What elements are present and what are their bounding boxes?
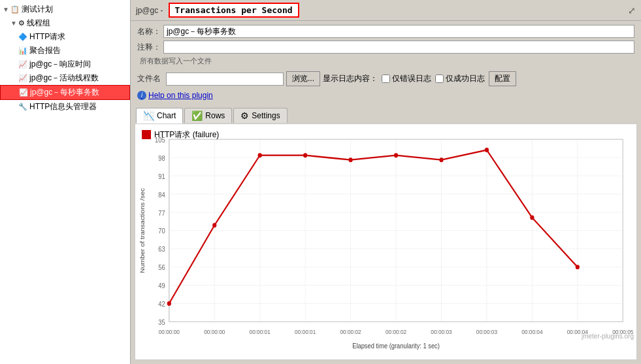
http-header-icon: 🔧 <box>18 103 27 111</box>
svg-text:84: 84 <box>158 191 165 199</box>
svg-text:00:00:03: 00:00:03 <box>476 328 497 335</box>
sidebar-item-label: jp@gc－每秒事务数 <box>30 87 99 98</box>
svg-text:00:00:03: 00:00:03 <box>431 328 452 335</box>
help-text: Help on this plugin <box>148 91 213 100</box>
header-bar: jp@gc - Transactions per Second ⤢ <box>131 0 641 21</box>
svg-point-38 <box>348 157 352 162</box>
jp-tps-icon: 📈 <box>19 88 28 97</box>
legend-color-box <box>142 130 151 139</box>
chart-drawing-area: 35 42 49 56 63 70 77 84 91 98 105 <box>135 124 636 360</box>
comment-row: 注释： <box>137 41 634 54</box>
page-title: Transactions per Second <box>169 3 299 18</box>
svg-text:00:00:02: 00:00:02 <box>386 328 406 335</box>
sidebar-item-http-request[interactable]: 🔷 HTTP请求 <box>0 30 130 44</box>
jp-threads-icon: 📈 <box>18 74 27 82</box>
svg-text:91: 91 <box>158 173 165 180</box>
sidebar-item-jp-threads[interactable]: 📈 jp@gc－活动线程数 <box>0 71 130 85</box>
tab-chart[interactable]: 📉 Chart <box>136 108 183 124</box>
expand-icon: ▼ <box>10 20 17 27</box>
svg-text:56: 56 <box>158 263 165 271</box>
svg-text:00:00:02: 00:00:02 <box>340 328 361 335</box>
name-row: 名称： <box>137 25 634 38</box>
chart-legend: HTTP请求 (failure) <box>142 129 219 141</box>
thread-group-icon: ⚙ <box>18 19 25 27</box>
chart-svg: 35 42 49 56 63 70 77 84 91 98 105 <box>135 124 636 360</box>
svg-text:00:00:05: 00:00:05 <box>612 328 633 335</box>
svg-text:Elapsed time (granularity: 1 s: Elapsed time (granularity: 1 sec) <box>352 342 440 350</box>
sidebar: ▼ 📋 测试计划 ▼ ⚙ 线程组 🔷 HTTP请求 📊 聚合报告 📈 jp@gc… <box>0 0 131 364</box>
sidebar-item-label: jp@gc－活动线程数 <box>29 73 99 84</box>
svg-text:00:00:00: 00:00:00 <box>204 328 225 335</box>
svg-text:49: 49 <box>158 282 165 290</box>
svg-text:42: 42 <box>158 300 165 308</box>
settings-tab-icon: ⚙ <box>240 110 249 121</box>
success-log-checkbox[interactable] <box>435 74 444 83</box>
header-prefix: jp@gc - <box>136 6 163 15</box>
file-row: 文件名 浏览... 显示日志内容： 仅错误日志 仅成功日志 配置 <box>137 69 634 89</box>
svg-text:00:00:01: 00:00:01 <box>295 328 316 335</box>
error-log-label: 仅错误日志 <box>392 73 431 84</box>
sidebar-item-http-header[interactable]: 🔧 HTTP信息头管理器 <box>0 100 130 114</box>
file-label: 文件名 <box>137 73 163 84</box>
sidebar-item-label: 线程组 <box>27 18 50 29</box>
tab-rows-label: Rows <box>205 111 225 120</box>
svg-point-34 <box>167 301 171 305</box>
sidebar-item-label: HTTP信息头管理器 <box>29 101 97 112</box>
sidebar-item-test-plan[interactable]: ▼ 📋 测试计划 <box>0 3 130 16</box>
rows-tab-icon: ✅ <box>191 110 203 121</box>
success-log-label: 仅成功日志 <box>446 73 485 84</box>
file-note: 所有数据写入一个文件 <box>137 56 634 66</box>
sidebar-item-aggregate-report[interactable]: 📊 聚合报告 <box>0 44 130 58</box>
svg-text:70: 70 <box>158 227 165 235</box>
tab-rows[interactable]: ✅ Rows <box>184 108 232 123</box>
expand-icon: ▼ <box>3 6 9 13</box>
svg-point-37 <box>303 153 307 157</box>
svg-point-36 <box>258 153 262 157</box>
svg-point-40 <box>439 157 443 162</box>
sidebar-item-label: 测试计划 <box>22 4 53 15</box>
svg-text:Number of transactions /sec: Number of transactions /sec <box>139 188 146 273</box>
svg-point-39 <box>394 153 398 157</box>
browse-button[interactable]: 浏览... <box>286 71 320 86</box>
expand-window-icon[interactable]: ⤢ <box>628 5 636 16</box>
svg-point-43 <box>576 265 580 269</box>
tab-chart-label: Chart <box>157 111 176 120</box>
svg-text:98: 98 <box>158 154 165 162</box>
chart-container: HTTP请求 (failure) jmeter-plugins.org <box>135 124 637 361</box>
http-request-icon: 🔷 <box>18 33 27 41</box>
svg-text:77: 77 <box>158 209 165 217</box>
name-label: 名称： <box>137 26 163 37</box>
file-input[interactable] <box>166 73 284 86</box>
display-log-label: 显示日志内容： <box>323 73 378 84</box>
sidebar-item-label: jp@gc－响应时间 <box>29 59 91 70</box>
comment-label: 注释： <box>137 42 163 53</box>
sidebar-item-jp-tps[interactable]: 📈 jp@gc－每秒事务数 <box>0 85 130 100</box>
jp-response-icon: 📈 <box>18 60 27 69</box>
svg-text:00:00:01: 00:00:01 <box>250 328 271 335</box>
tab-bar: 📉 Chart ✅ Rows ⚙ Settings <box>131 105 641 124</box>
sidebar-item-thread-group[interactable]: ▼ ⚙ 线程组 <box>0 16 130 30</box>
config-button[interactable]: 配置 <box>489 71 516 86</box>
sidebar-item-jp-response[interactable]: 📈 jp@gc－响应时间 <box>0 58 130 71</box>
svg-point-35 <box>212 223 216 227</box>
test-plan-icon: 📋 <box>10 5 20 14</box>
sidebar-item-label: HTTP请求 <box>29 31 65 42</box>
name-input[interactable] <box>163 25 634 38</box>
aggregate-icon: 📊 <box>18 46 27 55</box>
log-section: 显示日志内容： 仅错误日志 仅成功日志 配置 <box>323 71 516 86</box>
svg-point-41 <box>485 148 489 152</box>
tab-settings[interactable]: ⚙ Settings <box>233 108 287 123</box>
legend-label: HTTP请求 (failure) <box>154 129 219 141</box>
error-log-checkbox[interactable] <box>382 74 390 83</box>
error-log-checkbox-label[interactable]: 仅错误日志 <box>382 73 431 84</box>
help-link[interactable]: i Help on this plugin <box>137 91 213 100</box>
svg-text:00:00:00: 00:00:00 <box>159 328 180 335</box>
info-icon: i <box>137 91 146 100</box>
main-content: jp@gc - Transactions per Second ⤢ 名称： 注释… <box>131 0 641 364</box>
chart-tab-icon: 📉 <box>143 110 154 121</box>
success-log-checkbox-label[interactable]: 仅成功日志 <box>435 73 485 84</box>
svg-text:00:00:04: 00:00:04 <box>521 328 542 335</box>
form-area: 名称： 注释： 所有数据写入一个文件 文件名 浏览... 显示日志内容： 仅错误… <box>131 21 641 105</box>
comment-input[interactable] <box>163 41 634 54</box>
tab-settings-label: Settings <box>252 111 280 120</box>
